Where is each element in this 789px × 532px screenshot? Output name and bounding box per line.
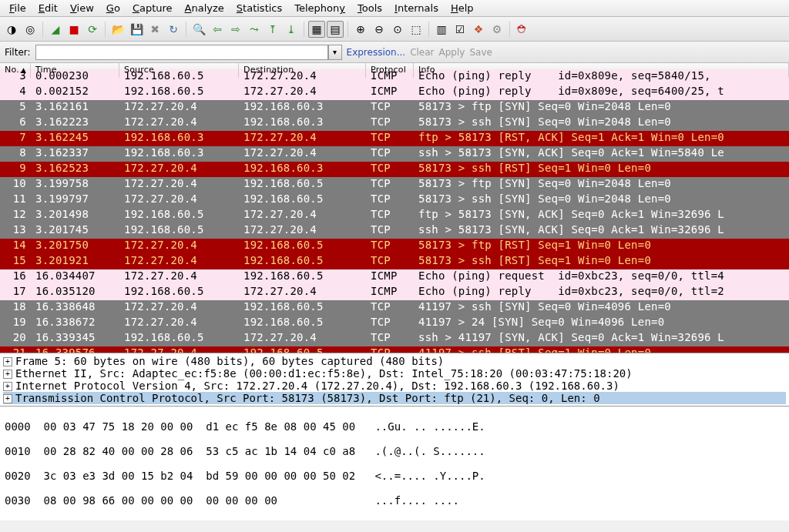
packet-row[interactable]: 93.162523172.27.20.4192.168.60.3TCP58173… xyxy=(0,162,789,177)
hex-dump-pane[interactable]: 0000 00 03 47 75 18 20 00 00 d1 ec f5 8e… xyxy=(0,406,789,520)
help-icon[interactable]: ⛑ xyxy=(514,21,531,38)
prefs-icon[interactable]: ⚙ xyxy=(489,21,505,38)
packet-row[interactable]: 153.201921172.27.20.4192.168.60.5TCP5817… xyxy=(0,254,789,269)
packet-row[interactable]: 1716.035120192.168.60.5172.27.20.4ICMPEc… xyxy=(0,285,789,300)
tree-tcp[interactable]: +Transmission Control Protocol, Src Port… xyxy=(3,392,786,404)
packet-row[interactable]: 1616.034407172.27.20.4192.168.60.5ICMPEc… xyxy=(0,269,789,285)
reload-icon[interactable]: ↻ xyxy=(165,21,182,38)
menu-analyze[interactable]: Analyze xyxy=(179,1,230,15)
autoscroll-icon[interactable]: ▤ xyxy=(327,21,344,38)
filter-input[interactable] xyxy=(35,45,328,60)
menu-tools[interactable]: Tools xyxy=(351,1,388,15)
toolbar: ◑ ◎ ◢ ■ ⟳ 📂 💾 ✖ ↻ 🔍 ⇦ ⇨ ⤳ ⤒ ⤓ ▦ ▤ ⊕ ⊖ ⊙ … xyxy=(0,17,789,42)
packet-row[interactable]: 2116.339576172.27.20.4192.168.60.5TCP411… xyxy=(0,346,789,353)
filter-bar: Filter: ▾ Expression... Clear Apply Save xyxy=(0,42,789,63)
resize-cols-icon[interactable]: ⬚ xyxy=(408,21,425,38)
back-icon[interactable]: ⇦ xyxy=(209,21,226,38)
zoom-reset-icon[interactable]: ⊙ xyxy=(389,21,406,38)
options-icon[interactable]: ◎ xyxy=(22,21,39,38)
packet-row[interactable]: 103.199758172.27.20.4192.168.60.5TCP5817… xyxy=(0,177,789,192)
packet-row[interactable]: 83.162337192.168.60.3172.27.20.4TCPssh >… xyxy=(0,146,789,162)
stop-capture-icon[interactable]: ■ xyxy=(65,21,82,38)
filter-apply-link[interactable]: Apply xyxy=(439,47,465,58)
goto-icon[interactable]: ⤳ xyxy=(246,21,263,38)
menu-telephony[interactable]: Telephony xyxy=(288,1,351,15)
menu-go[interactable]: Go xyxy=(100,1,126,15)
packet-row[interactable]: 133.201745192.168.60.5172.27.20.4TCPssh … xyxy=(0,223,789,239)
packet-row[interactable]: 123.201498192.168.60.5172.27.20.4TCPftp … xyxy=(0,208,789,223)
forward-icon[interactable]: ⇨ xyxy=(227,21,244,38)
coloring-rules-icon[interactable]: ❖ xyxy=(470,21,487,38)
packet-detail-pane[interactable]: +Frame 5: 60 bytes on wire (480 bits), 6… xyxy=(0,353,789,406)
menu-statistics[interactable]: Statistics xyxy=(230,1,288,15)
tree-frame[interactable]: +Frame 5: 60 bytes on wire (480 bits), 6… xyxy=(3,355,786,367)
menu-help[interactable]: Help xyxy=(445,1,480,15)
close-icon[interactable]: ✖ xyxy=(146,21,163,38)
expand-icon[interactable]: + xyxy=(3,382,12,391)
packet-row[interactable]: 73.162245192.168.60.3172.27.20.4TCPftp >… xyxy=(0,131,789,146)
menu-internals[interactable]: Internals xyxy=(388,1,445,15)
packet-row[interactable]: 113.199797172.27.20.4192.168.60.5TCP5817… xyxy=(0,192,789,208)
menu-bar: File Edit View Go Capture Analyze Statis… xyxy=(0,0,789,17)
expand-icon[interactable]: + xyxy=(3,357,12,366)
packet-row[interactable]: 53.162161172.27.20.4192.168.60.3TCP58173… xyxy=(0,100,789,115)
find-icon[interactable]: 🔍 xyxy=(190,21,207,38)
menu-edit[interactable]: Edit xyxy=(32,1,64,15)
filter-clear-link[interactable]: Clear xyxy=(410,47,434,58)
open-icon[interactable]: 📂 xyxy=(109,21,126,38)
packet-row[interactable]: 1816.338648172.27.20.4192.168.60.5TCP411… xyxy=(0,300,789,316)
packet-row[interactable]: 30.000230192.168.60.5172.27.20.4ICMPEcho… xyxy=(0,69,789,85)
save-icon[interactable]: 💾 xyxy=(128,21,145,38)
hex-line: 0010 00 28 82 40 00 00 28 06 53 c5 ac 1b… xyxy=(5,445,784,457)
filter-dropdown-icon[interactable]: ▾ xyxy=(328,45,342,60)
display-filter-icon[interactable]: ☑ xyxy=(452,21,468,38)
packet-list-body[interactable]: 30.000230192.168.60.5172.27.20.4ICMPEcho… xyxy=(0,69,789,353)
filter-expression-link[interactable]: Expression... xyxy=(347,47,406,58)
hex-line: 0020 3c 03 e3 3d 00 15 b2 04 bd 59 00 00… xyxy=(5,470,784,482)
interfaces-icon[interactable]: ◑ xyxy=(3,21,20,38)
packet-row[interactable]: 2016.339345192.168.60.5172.27.20.4TCPssh… xyxy=(0,331,789,346)
hex-line: 0030 08 00 98 66 00 00 00 00 00 00 00 00… xyxy=(5,494,784,507)
colorize-icon[interactable]: ▦ xyxy=(308,21,325,38)
tree-ip[interactable]: +Internet Protocol Version 4, Src: 172.2… xyxy=(3,380,786,392)
zoom-out-icon[interactable]: ⊖ xyxy=(371,21,388,38)
expand-icon[interactable]: + xyxy=(3,370,12,379)
packet-row[interactable]: 1916.338672172.27.20.4192.168.60.5TCP411… xyxy=(0,316,789,331)
menu-view[interactable]: View xyxy=(64,1,100,15)
start-capture-icon[interactable]: ◢ xyxy=(47,21,64,38)
menu-file[interactable]: File xyxy=(3,1,32,15)
expand-icon[interactable]: + xyxy=(3,394,12,403)
packet-row[interactable]: 143.201750172.27.20.4192.168.60.5TCP5817… xyxy=(0,239,789,254)
filter-label: Filter: xyxy=(5,47,31,58)
capture-filter-icon[interactable]: ▥ xyxy=(433,21,450,38)
packet-row[interactable]: 63.162223172.27.20.4192.168.60.3TCP58173… xyxy=(0,115,789,131)
filter-save-link[interactable]: Save xyxy=(469,47,492,58)
first-icon[interactable]: ⤒ xyxy=(264,21,281,38)
hex-line: 0000 00 03 47 75 18 20 00 00 d1 ec f5 8e… xyxy=(5,420,784,433)
zoom-in-icon[interactable]: ⊕ xyxy=(352,21,369,38)
restart-capture-icon[interactable]: ⟳ xyxy=(84,21,101,38)
packet-list-pane: No.▲ Time Source Destination Protocol In… xyxy=(0,63,789,353)
menu-capture[interactable]: Capture xyxy=(126,1,179,15)
packet-row[interactable]: 40.002152192.168.60.5172.27.20.4ICMPEcho… xyxy=(0,85,789,100)
last-icon[interactable]: ⤓ xyxy=(283,21,300,38)
tree-ethernet[interactable]: +Ethernet II, Src: Adaptec_ec:f5:8e (00:… xyxy=(3,367,786,380)
